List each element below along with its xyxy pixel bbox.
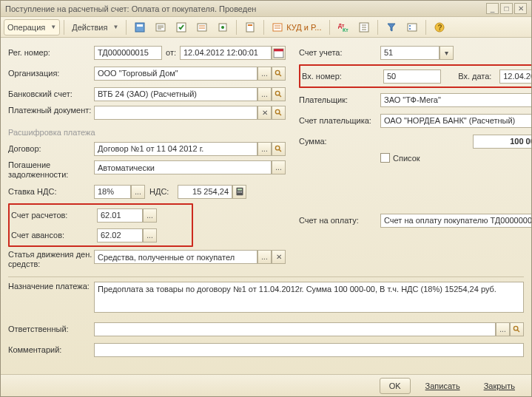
- separator: [329, 20, 330, 35]
- cashflow-field[interactable]: Средства, полученные от покупател: [94, 250, 257, 264]
- footer: OK Записать Закрыть: [1, 374, 531, 396]
- form-body: Рег. номер: ТД000000015 от: 12.04.2012 1…: [1, 38, 531, 374]
- acc-dropdown-button[interactable]: ▾: [440, 46, 454, 60]
- contract-search-icon[interactable]: [272, 142, 286, 156]
- calculator-icon[interactable]: [232, 185, 246, 199]
- purpose-label: Назначение платежа:: [8, 282, 94, 291]
- cashflow-clear-button[interactable]: ✕: [272, 250, 286, 264]
- main-window: Поступление на расчетный счет: Оплата от…: [0, 0, 532, 397]
- right-column: Счет учета: 51 ▾ Вх. номер: 50 Вх. дата:…: [299, 44, 531, 272]
- cashflow-label: Статья движения ден. средств:: [8, 250, 94, 269]
- help-button[interactable]: ?: [430, 19, 449, 35]
- acc-adv-field[interactable]: 62.02: [97, 228, 143, 242]
- org-open-button[interactable]: ...: [257, 67, 272, 81]
- paydoc-field[interactable]: [94, 106, 257, 120]
- repay-label: Погашение задолженности:: [8, 160, 94, 180]
- acc-settle-open-button[interactable]: ...: [143, 208, 157, 223]
- dt-kt-button[interactable]: ДтКт: [334, 19, 353, 35]
- sum-field[interactable]: 100 000,00: [473, 135, 531, 149]
- toolbar-icon-1[interactable]: [130, 19, 149, 35]
- svg-rect-8: [248, 24, 252, 26]
- resp-open-button[interactable]: ...: [496, 322, 510, 336]
- contract-open-button[interactable]: ...: [257, 142, 272, 156]
- svg-text:Кт: Кт: [343, 27, 349, 33]
- svg-rect-26: [238, 191, 239, 193]
- close-button[interactable]: Закрыть: [475, 378, 524, 394]
- vat-rate-label: Ставка НДС:: [8, 187, 94, 196]
- minimize-button[interactable]: _: [486, 3, 499, 14]
- comment-field[interactable]: [94, 343, 524, 357]
- maximize-button[interactable]: □: [500, 3, 513, 14]
- cashflow-open-button[interactable]: ...: [257, 250, 272, 264]
- toolbar-icon-3[interactable]: [172, 19, 191, 35]
- close-window-button[interactable]: ✕: [514, 3, 527, 14]
- separator: [126, 20, 127, 35]
- repay-open-button[interactable]: ...: [272, 160, 286, 174]
- operation-label: Операция: [7, 23, 45, 32]
- save-button[interactable]: Записать: [417, 378, 469, 394]
- toolbar-icon-8[interactable]: [354, 19, 374, 35]
- toolbar: Операция▼ Действия▼ КУД и Р... ДтКт ?: [1, 17, 531, 38]
- vat-field[interactable]: 15 254,24: [178, 185, 232, 199]
- resp-field[interactable]: [94, 322, 496, 336]
- vat-label: НДС:: [149, 187, 178, 196]
- svg-rect-14: [409, 25, 411, 27]
- contract-field[interactable]: Договор №1 от 11 04 2012 г.: [94, 142, 257, 156]
- payer-acc-field[interactable]: ОАО "НОРДЕА БАНК" (Расчетный): [380, 114, 531, 128]
- in-num-label: Вх. номер:: [302, 72, 383, 81]
- invoice-field[interactable]: Счет на оплату покупателю ТД00000000: [380, 214, 531, 228]
- svg-rect-19: [274, 49, 283, 51]
- svg-point-6: [221, 26, 224, 29]
- acc-label: Счет учета:: [299, 48, 380, 57]
- purpose-field[interactable]: Предоплата за товары по договору №1 от 1…: [94, 282, 524, 313]
- vat-rate-field[interactable]: 18%: [94, 185, 131, 199]
- toolbar-icon-10[interactable]: [403, 19, 422, 35]
- svg-rect-27: [239, 191, 240, 193]
- vat-rate-open-button[interactable]: ...: [131, 185, 145, 199]
- bank-field[interactable]: ВТБ 24 (ЗАО) (Расчетный): [94, 87, 257, 101]
- svg-text:?: ?: [437, 24, 442, 32]
- svg-rect-15: [409, 28, 411, 30]
- resp-label: Ответственный:: [8, 325, 94, 333]
- in-num-field[interactable]: 50: [383, 69, 441, 84]
- payer-label: Плательщик:: [299, 95, 380, 104]
- list-checkbox[interactable]: [380, 153, 390, 163]
- org-field[interactable]: ООО "Торговый Дом": [94, 67, 257, 81]
- operation-menu[interactable]: Операция▼: [4, 19, 60, 35]
- paydoc-label: Платежный документ:: [8, 106, 94, 115]
- acc-field[interactable]: 51: [380, 46, 440, 60]
- bank-search-icon[interactable]: [272, 87, 286, 101]
- actions-label: Действия: [72, 23, 107, 32]
- from-date-field[interactable]: 12.04.2012 12:00:01: [180, 46, 272, 60]
- acc-settle-field[interactable]: 62.01: [97, 208, 143, 223]
- toolbar-icon-6[interactable]: [240, 19, 260, 35]
- svg-point-20: [275, 70, 280, 75]
- comment-label: Комментарий:: [8, 345, 94, 354]
- org-search-icon[interactable]: [272, 67, 286, 81]
- toolbar-icon-9[interactable]: [382, 19, 401, 35]
- separator: [425, 20, 426, 35]
- highlight-incoming: Вх. номер: 50 Вх. дата: 12.04.2012: [299, 64, 531, 88]
- toolbar-icon-5[interactable]: [213, 19, 232, 35]
- ok-button[interactable]: OK: [380, 378, 411, 394]
- svg-rect-9: [273, 24, 282, 31]
- contract-label: Договор:: [8, 144, 94, 153]
- invoice-label: Счет на оплату:: [299, 216, 380, 225]
- svg-rect-4: [198, 24, 206, 31]
- paydoc-search-icon[interactable]: [272, 106, 286, 120]
- in-date-field[interactable]: 12.04.2012: [499, 69, 531, 84]
- toolbar-icon-4[interactable]: [192, 19, 212, 35]
- reg-number-field[interactable]: ТД000000015: [94, 46, 162, 60]
- actions-menu[interactable]: Действия▼: [68, 19, 122, 35]
- repay-field[interactable]: Автоматически: [94, 160, 272, 174]
- bank-open-button[interactable]: ...: [257, 87, 272, 101]
- svg-point-23: [275, 146, 280, 150]
- paydoc-clear-button[interactable]: ✕: [257, 106, 272, 120]
- payer-field[interactable]: ЗАО "ТФ-Мега": [380, 93, 531, 107]
- acc-adv-open-button[interactable]: ...: [143, 228, 157, 242]
- resp-search-icon[interactable]: [510, 322, 524, 336]
- toolbar-icon-2[interactable]: [151, 19, 170, 35]
- kudir-button[interactable]: КУД и Р...: [268, 19, 325, 35]
- date-picker-button[interactable]: [272, 46, 286, 60]
- acc-adv-label: Счет авансов:: [11, 231, 97, 240]
